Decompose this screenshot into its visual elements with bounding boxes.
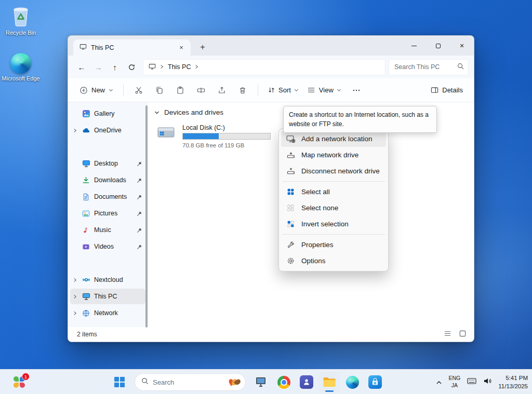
taskbar: 1 [0, 369, 532, 394]
sidebar-item-videos[interactable]: Videos [70, 239, 145, 254]
system-tray: ENG JA 5:41 PM 11/13/2025 [436, 370, 528, 394]
new-button[interactable]: New [74, 81, 118, 99]
taskbar-app-store[interactable] [365, 372, 385, 392]
chevron-right-icon [159, 63, 164, 71]
large-icons-view-toggle[interactable] [459, 330, 467, 339]
videos-icon [82, 242, 90, 251]
more-options-button[interactable] [346, 81, 367, 99]
menu-separator [282, 234, 385, 235]
sidebar-item-label: Downloads [94, 176, 133, 184]
sidebar-item-music[interactable]: Music [70, 222, 145, 238]
taskbar-app-desktop[interactable] [250, 372, 271, 392]
tab-title: This PC [91, 44, 114, 51]
cut-button[interactable] [128, 81, 149, 99]
desktop: Recycle Bin Microsoft Edge This PC × + [0, 0, 532, 394]
menu-item-disconnect-network-drive[interactable]: Disconnect network drive [281, 163, 386, 179]
view-button[interactable]: View [303, 81, 346, 99]
taskbar-app-teams[interactable] [296, 372, 317, 392]
sidebar-item-downloads[interactable]: Downloads [70, 172, 145, 188]
menu-item-label: Select all [301, 188, 330, 196]
chevron-right-icon[interactable] [72, 128, 78, 133]
menu-item-select-all[interactable]: Select all [281, 184, 386, 200]
menu-item-invert-selection[interactable]: Invert selection [281, 216, 386, 232]
desktop-icon-microsoft-edge[interactable]: Microsoft Edge [1, 53, 41, 81]
details-button[interactable]: Details [426, 81, 468, 99]
desktop-icon-recycle-bin[interactable]: Recycle Bin [1, 4, 41, 36]
language-line1: ENG [449, 375, 461, 382]
sidebar-item-pictures[interactable]: Pictures [70, 206, 145, 221]
pin-icon [137, 227, 142, 233]
sidebar-item-onedrive[interactable]: OneDrive [70, 123, 145, 138]
sidebar-scrollbar[interactable] [145, 105, 148, 328]
close-button[interactable]: × [450, 36, 474, 56]
share-button[interactable] [211, 81, 232, 99]
chevron-down-icon [337, 88, 341, 92]
taskbar-search-box[interactable] [135, 373, 246, 391]
hidden-icons-chevron[interactable] [436, 377, 442, 387]
menu-item-options[interactable]: Options [281, 253, 386, 269]
forward-button[interactable]: → [90, 59, 107, 75]
explorer-search-box[interactable] [389, 59, 469, 75]
sidebar-item-desktop[interactable]: Desktop [70, 156, 145, 171]
ellipsis-icon [352, 86, 361, 94]
touch-keyboard-icon[interactable] [467, 377, 476, 387]
chrome-icon [277, 376, 290, 389]
documents-icon [82, 193, 90, 201]
sort-label: Sort [278, 86, 291, 94]
drive-local-disk-c[interactable]: Local Disk (C:) 70.8 GB free of 119 GB [156, 124, 292, 148]
rename-button[interactable] [191, 81, 211, 99]
menu-item-add-network-location[interactable]: Add a network location [281, 131, 386, 147]
view-icon [308, 86, 316, 94]
menu-item-map-network-drive[interactable]: Map network drive [281, 147, 386, 163]
chevron-right-icon[interactable] [72, 311, 78, 316]
taskbar-search-input[interactable] [153, 378, 225, 386]
pin-icon [137, 244, 142, 250]
address-bar[interactable]: This PC [143, 59, 385, 75]
explorer-search-input[interactable] [394, 63, 454, 71]
menu-item-properties[interactable]: Properties [281, 237, 386, 253]
copy-button[interactable] [149, 81, 170, 99]
sort-button[interactable]: Sort [263, 81, 303, 99]
minimize-button[interactable] [402, 36, 426, 56]
this-pc-icon [149, 63, 156, 72]
sidebar-item-nextcloud[interactable]: Nextcloud [70, 272, 145, 288]
desktop-icon-label: Microsoft Edge [2, 75, 39, 81]
sidebar-item-this-pc[interactable]: This PC [70, 289, 145, 304]
start-button[interactable] [109, 372, 130, 392]
menu-item-select-none[interactable]: Select none [281, 200, 386, 216]
sidebar-item-documents[interactable]: Documents [70, 189, 145, 205]
sidebar-item-label: Nextcloud [94, 276, 142, 283]
clock[interactable]: 5:41 PM 11/13/2025 [498, 374, 528, 390]
new-tab-button[interactable]: + [195, 39, 210, 55]
sidebar-item-gallery[interactable]: Gallery [70, 106, 145, 121]
item-count: 2 items [77, 331, 97, 338]
chevron-right-icon[interactable] [72, 278, 78, 282]
maximize-button[interactable] [426, 36, 450, 56]
taskbar-app-file-explorer[interactable] [319, 372, 340, 392]
tab-this-pc[interactable]: This PC × [73, 39, 191, 56]
onedrive-icon [82, 126, 90, 135]
taskbar-app-edge[interactable] [342, 372, 363, 392]
details-view-toggle[interactable] [444, 330, 451, 339]
gear-icon [286, 256, 296, 265]
network-icon [82, 309, 90, 318]
sidebar-item-label: This PC [94, 293, 142, 300]
back-button[interactable]: ← [73, 59, 90, 75]
tab-close-icon[interactable]: × [176, 43, 187, 53]
windows-logo-icon [114, 377, 125, 387]
breadcrumb-this-pc[interactable]: This PC [168, 63, 191, 71]
navigation-bar: ← → ↑ This PC [68, 56, 474, 78]
sort-icon [268, 86, 275, 94]
widgets-button[interactable]: 1 [6, 372, 32, 392]
sidebar-item-network[interactable]: Network [70, 305, 145, 321]
paste-button[interactable] [170, 81, 191, 99]
refresh-button[interactable] [123, 59, 140, 75]
delete-button[interactable] [232, 81, 253, 99]
this-pc-icon [82, 292, 90, 301]
chevron-right-icon[interactable] [72, 294, 78, 299]
edge-icon [10, 53, 31, 74]
language-indicator[interactable]: ENG JA [449, 375, 461, 389]
taskbar-app-chrome[interactable] [273, 372, 294, 392]
up-button[interactable]: ↑ [107, 59, 123, 75]
volume-icon[interactable] [483, 377, 491, 387]
